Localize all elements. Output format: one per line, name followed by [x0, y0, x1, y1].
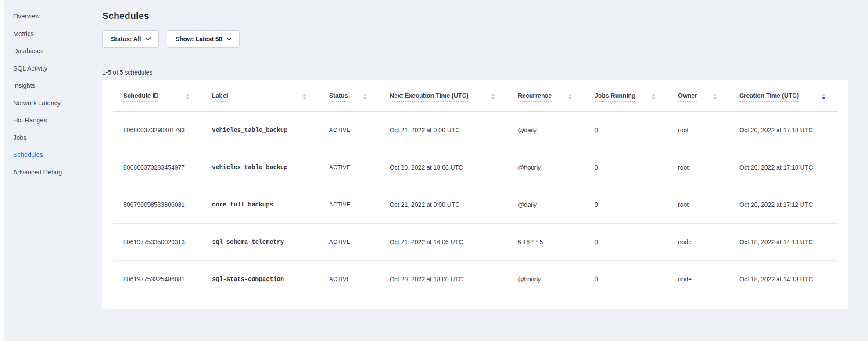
column-header-label: Status	[329, 92, 348, 102]
sort-icon[interactable]	[303, 93, 306, 100]
schedule-id-cell: 806197753350029313	[113, 223, 201, 260]
recurrence-cell: @daily	[507, 186, 584, 223]
table-row[interactable]: 806197753350029313 sql-schema-telemetry …	[113, 223, 838, 260]
schedules-table: Schedule ID Label Status Next Execution …	[113, 80, 838, 298]
table-row[interactable]: 806197753325486081 sql-stats-compaction …	[113, 260, 838, 298]
sort-up-arrow-icon	[303, 93, 306, 96]
table-body: 806800373290401793 vehicles_table_backup…	[113, 111, 838, 298]
sidebar-item-overview[interactable]: Overview	[13, 11, 102, 28]
sort-down-arrow-icon	[303, 97, 306, 100]
creation-time-cell: Oct 18, 2022 at 14:13 UTC	[729, 223, 838, 260]
sidebar-item-network-latency[interactable]: Network Latency	[13, 97, 102, 115]
jobs-running-cell: 0	[584, 223, 667, 260]
column-header-schedule-id[interactable]: Schedule ID	[113, 80, 201, 111]
column-header-creation-time-utc[interactable]: Creation Time (UTC)	[729, 80, 838, 111]
sidebar-item-label: Databases	[13, 47, 43, 54]
column-header-label: Owner	[678, 92, 697, 102]
app-layout: OverviewMetricsDatabasesSQL ActivityInsi…	[0, 0, 868, 341]
sort-icon[interactable]	[822, 93, 825, 100]
column-header-jobs-running[interactable]: Jobs Running	[584, 80, 667, 111]
sort-icon[interactable]	[491, 93, 495, 100]
sort-down-arrow-icon	[568, 97, 572, 100]
label-cell: vehicles_table_backup	[201, 111, 319, 149]
creation-time-cell: Oct 20, 2022 at 17:18 UTC	[729, 149, 838, 186]
sort-down-arrow-icon	[652, 97, 655, 100]
jobs-running-cell: 0	[584, 186, 667, 223]
sidebar-item-sql-activity[interactable]: SQL Activity	[13, 63, 102, 80]
status-cell: ACTIVE	[319, 223, 379, 260]
sidebar-item-insights[interactable]: Insights	[13, 80, 102, 97]
owner-cell: node	[667, 223, 729, 260]
recurrence-cell: @hourly	[507, 260, 584, 298]
sort-up-arrow-icon	[363, 93, 367, 96]
window-edge	[0, 0, 4, 341]
sort-icon[interactable]	[713, 93, 717, 100]
sort-down-arrow-icon	[713, 97, 717, 100]
label-cell: sql-stats-compaction	[201, 260, 319, 298]
jobs-running-cell: 0	[584, 260, 667, 298]
page-title: Schedules	[102, 11, 848, 21]
column-header-label: Schedule ID	[123, 92, 158, 102]
sidebar-item-advanced-debug[interactable]: Advanced Debug	[13, 167, 102, 184]
column-header-next-execution-time-utc[interactable]: Next Execution Time (UTC)	[379, 80, 507, 111]
sort-icon[interactable]	[186, 93, 189, 100]
schedule-id-cell: 806800373283454977	[113, 149, 201, 186]
show-filter-dropdown[interactable]: Show: Latest 50	[167, 30, 240, 48]
column-header-label: Recurrence	[518, 92, 552, 102]
sort-up-arrow-icon	[491, 93, 495, 96]
sort-up-arrow-icon	[822, 93, 825, 96]
sort-up-arrow-icon	[713, 93, 717, 96]
sidebar-item-metrics[interactable]: Metrics	[13, 28, 102, 46]
schedules-table-panel: Schedule ID Label Status Next Execution …	[102, 80, 848, 309]
sidebar-item-hot-ranges[interactable]: Hot Ranges	[13, 114, 102, 132]
column-header-label: Jobs Running	[595, 92, 635, 102]
chevron-down-icon	[227, 35, 232, 40]
status-filter-label: Status: All	[111, 36, 141, 43]
recurrence-cell: @daily	[507, 111, 584, 149]
owner-cell: root	[667, 111, 729, 149]
owner-cell: node	[667, 260, 729, 298]
next-execution-cell: Oct 21, 2022 at 0:00 UTC	[379, 186, 507, 223]
sidebar-item-databases[interactable]: Databases	[13, 45, 102, 63]
status-cell: ACTIVE	[319, 111, 379, 149]
owner-cell: root	[667, 149, 729, 186]
table-row[interactable]: 806800373283454977 vehicles_table_backup…	[113, 149, 838, 186]
creation-time-cell: Oct 20, 2022 at 17:12 UTC	[729, 186, 838, 223]
next-execution-cell: Oct 21, 2022 at 0:00 UTC	[379, 111, 507, 149]
sidebar-item-schedules[interactable]: Schedules	[13, 149, 102, 167]
recurrence-cell: @hourly	[507, 149, 584, 186]
filter-bar: Status: All Show: Latest 50	[102, 30, 848, 48]
sidebar-item-label: Overview	[13, 13, 39, 20]
sort-icon[interactable]	[652, 93, 655, 100]
status-cell: ACTIVE	[319, 260, 379, 298]
sidebar-nav: OverviewMetricsDatabasesSQL ActivityInsi…	[0, 0, 102, 341]
sort-icon[interactable]	[568, 93, 572, 100]
sort-down-arrow-icon	[363, 97, 367, 100]
sidebar-item-jobs[interactable]: Jobs	[13, 132, 102, 149]
table-row[interactable]: 806800373290401793 vehicles_table_backup…	[113, 111, 838, 149]
column-header-recurrence[interactable]: Recurrence	[507, 80, 584, 111]
schedule-id-cell: 806197753325486081	[113, 260, 201, 298]
column-header-status[interactable]: Status	[319, 80, 379, 111]
sort-icon[interactable]	[363, 93, 367, 100]
sort-down-arrow-icon	[822, 97, 825, 100]
label-cell: core_full_backups	[201, 186, 319, 223]
sidebar-item-label: Hot Ranges	[13, 117, 47, 124]
schedule-id-cell: 806799098533806081	[113, 186, 201, 223]
jobs-running-cell: 0	[584, 111, 667, 149]
sidebar-item-label: Jobs	[13, 134, 27, 141]
column-header-owner[interactable]: Owner	[667, 80, 729, 111]
status-cell: ACTIVE	[319, 186, 379, 223]
column-header-label: Next Execution Time (UTC)	[390, 92, 468, 102]
column-header-label[interactable]: Label	[201, 80, 319, 111]
recurrence-cell: 6 16 * * 5	[507, 223, 584, 260]
status-filter-dropdown[interactable]: Status: All	[102, 30, 159, 48]
owner-cell: root	[667, 186, 729, 223]
sort-down-arrow-icon	[186, 97, 189, 100]
table-row[interactable]: 806799098533806081 core_full_backups ACT…	[113, 186, 838, 223]
main-content: Schedules Status: All Show: Latest 50 1-…	[102, 0, 868, 341]
sidebar-item-label: Network Latency	[13, 99, 61, 107]
chevron-down-icon	[146, 35, 151, 40]
sort-up-arrow-icon	[568, 93, 572, 96]
column-header-label: Label	[212, 92, 228, 102]
